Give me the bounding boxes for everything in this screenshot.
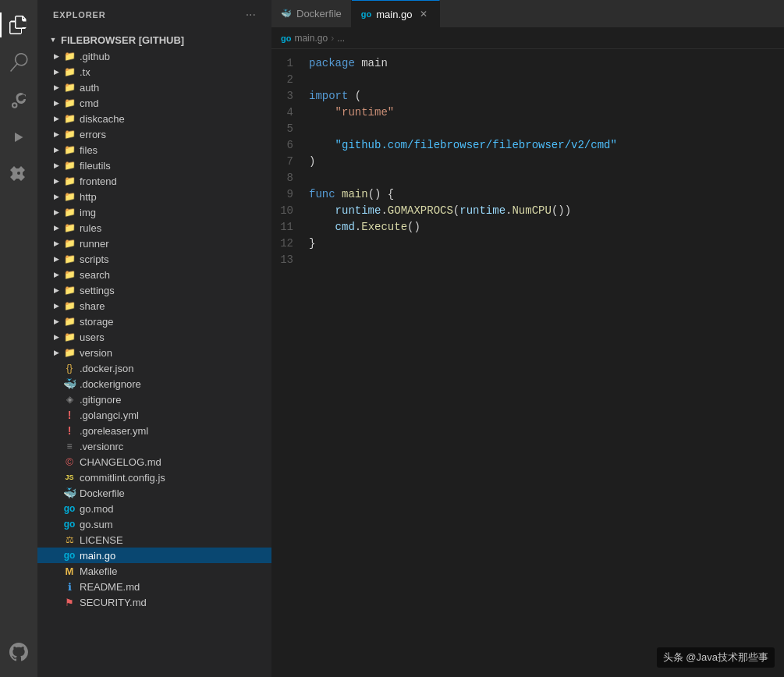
- json-file-icon: {}: [62, 362, 76, 374]
- folder-files[interactable]: ▶ 📁 files: [37, 142, 271, 158]
- line-content-3: import (: [306, 88, 784, 105]
- folder-settings[interactable]: ▶ 📁 settings: [37, 282, 271, 298]
- github-activity-icon[interactable]: [0, 633, 37, 671]
- folder-icon: 📁: [62, 300, 76, 312]
- folder-github[interactable]: ▶ 📁 .github: [37, 48, 271, 64]
- line-num-9: 9: [271, 186, 306, 203]
- line-num-7: 7: [271, 154, 306, 170]
- folder-diskcache[interactable]: ▶ 📁 diskcache: [37, 111, 271, 126]
- code-line-5: 5: [271, 121, 784, 137]
- folder-label: frontend: [80, 175, 265, 187]
- folder-label: img: [80, 207, 265, 218]
- file-gitignore[interactable]: ▶ ◈ .gitignore: [37, 392, 271, 407]
- folder-arrow-icon: ▶: [50, 206, 62, 218]
- go-file-icon: go: [62, 518, 76, 530]
- line-content-13: [306, 252, 784, 268]
- folder-errors[interactable]: ▶ 📁 errors: [37, 126, 271, 142]
- sidebar-title: EXPLORER: [53, 10, 106, 19]
- source-control-activity-icon[interactable]: [0, 81, 37, 119]
- folder-icon: 📁: [62, 66, 76, 78]
- file-commitlint[interactable]: ▶ JS commitlint.config.js: [37, 470, 271, 485]
- readme-icon: ℹ: [62, 580, 76, 593]
- folder-runner[interactable]: ▶ 📁 runner: [37, 236, 271, 251]
- folder-frontend[interactable]: ▶ 📁 frontend: [37, 173, 271, 189]
- file-goreleaser[interactable]: ▶ ! .goreleaser.yml: [37, 423, 271, 438]
- file-gomod[interactable]: ▶ go go.mod: [37, 501, 271, 516]
- extensions-activity-icon[interactable]: [0, 156, 37, 193]
- breadcrumb-separator: ›: [331, 33, 334, 44]
- code-line-2: 2: [271, 72, 784, 88]
- folder-label: errors: [80, 129, 265, 140]
- folder-share[interactable]: ▶ 📁 share: [37, 298, 271, 314]
- folder-icon: 📁: [62, 253, 76, 265]
- file-changelog[interactable]: ▶ © CHANGELOG.md: [37, 454, 271, 470]
- file-label: .golangci.yml: [80, 409, 265, 421]
- js-file-icon: JS: [62, 471, 76, 484]
- file-readme[interactable]: ▶ ℹ README.md: [37, 579, 271, 594]
- folder-img[interactable]: ▶ 📁 img: [37, 204, 271, 220]
- folder-scripts[interactable]: ▶ 📁 scripts: [37, 251, 271, 267]
- files-activity-icon[interactable]: [0, 6, 37, 44]
- sidebar-content[interactable]: ▼ FILEBROWSER [GITHUB] ▶ 📁 .github ▶ 📁 .…: [37, 28, 271, 677]
- file-docker-json[interactable]: ▶ {} .docker.json: [37, 360, 271, 376]
- line-content-11: cmd.Execute(): [306, 219, 784, 236]
- line-num-1: 1: [271, 55, 306, 72]
- file-dockerignore[interactable]: ▶ 🐳 .dockerignore: [37, 376, 271, 392]
- file-dockerfile[interactable]: ▶ 🐳 Dockerfile: [37, 485, 271, 501]
- folder-storage[interactable]: ▶ 📁 storage: [37, 314, 271, 329]
- file-maingo[interactable]: ▶ go main.go: [37, 548, 271, 563]
- code-line-1: 1 package main: [271, 55, 784, 72]
- tab-close-button[interactable]: ✕: [417, 8, 430, 20]
- editor-area: 🐳 Dockerfile go main.go ✕ go main.go › .…: [271, 0, 784, 677]
- code-editor[interactable]: 1 package main 2 3 import ( 4 "runtime" …: [271, 49, 784, 677]
- folder-arrow-icon: ▶: [50, 222, 62, 234]
- folder-fileutils[interactable]: ▶ 📁 fileutils: [37, 158, 271, 173]
- folder-search[interactable]: ▶ 📁 search: [37, 267, 271, 282]
- file-label: go.sum: [80, 519, 265, 530]
- line-num-2: 2: [271, 72, 306, 88]
- folder-icon: 📁: [62, 206, 76, 218]
- code-line-8: 8: [271, 170, 784, 186]
- folder-rules[interactable]: ▶ 📁 rules: [37, 220, 271, 236]
- breadcrumb: go main.go › ...: [271, 27, 784, 49]
- code-line-12: 12 }: [271, 236, 784, 252]
- folder-icon: 📁: [62, 222, 76, 234]
- file-license[interactable]: ▶ ⚖ LICENSE: [37, 532, 271, 548]
- folder-arrow-icon: ▶: [50, 284, 62, 296]
- makefile-icon: M: [62, 565, 76, 577]
- tab-dockerfile[interactable]: 🐳 Dockerfile: [271, 0, 352, 27]
- file-versionrc[interactable]: ▶ ≡ .versionrc: [37, 438, 271, 454]
- folder-arrow-icon: ▶: [50, 66, 62, 78]
- line-content-12: }: [306, 236, 784, 252]
- file-gosum[interactable]: ▶ go go.sum: [37, 516, 271, 532]
- folder-tx[interactable]: ▶ 📁 .tx: [37, 64, 271, 80]
- file-label: .gitignore: [80, 394, 265, 406]
- folder-version[interactable]: ▶ 📁 version: [37, 345, 271, 360]
- file-label: .versionrc: [80, 441, 265, 452]
- sidebar-more-actions[interactable]: ···: [246, 8, 256, 22]
- line-num-6: 6: [271, 137, 306, 154]
- folder-arrow-icon: ▶: [50, 50, 62, 62]
- folder-label: http: [80, 191, 265, 203]
- tab-maingo[interactable]: go main.go ✕: [352, 0, 440, 27]
- file-makefile[interactable]: ▶ M Makefile: [37, 563, 271, 579]
- tree-root-section[interactable]: ▼ FILEBROWSER [GITHUB]: [37, 31, 271, 48]
- dockerfile-icon: 🐳: [62, 487, 76, 499]
- folder-arrow-icon: ▶: [50, 331, 62, 343]
- line-num-10: 10: [271, 203, 306, 219]
- folder-http[interactable]: ▶ 📁 http: [37, 189, 271, 204]
- search-activity-icon[interactable]: [0, 44, 37, 81]
- changelog-file-icon: ©: [62, 455, 76, 468]
- sidebar: EXPLORER ··· ▼ FILEBROWSER [GITHUB] ▶ 📁 …: [37, 0, 271, 677]
- folder-cmd[interactable]: ▶ 📁 cmd: [37, 95, 271, 111]
- file-security[interactable]: ▶ ⚑ SECURITY.md: [37, 594, 271, 610]
- file-golangci[interactable]: ▶ ! .golangci.yml: [37, 407, 271, 423]
- code-line-10: 10 runtime.GOMAXPROCS(runtime.NumCPU()): [271, 203, 784, 219]
- folder-label: version: [80, 347, 265, 359]
- root-section-label: FILEBROWSER [GITHUB]: [61, 34, 184, 46]
- line-content-1: package main: [306, 55, 784, 72]
- folder-users[interactable]: ▶ 📁 users: [37, 329, 271, 345]
- yaml-file-icon: !: [62, 424, 76, 437]
- run-activity-icon[interactable]: [0, 119, 37, 156]
- folder-auth[interactable]: ▶ 📁 auth: [37, 80, 271, 95]
